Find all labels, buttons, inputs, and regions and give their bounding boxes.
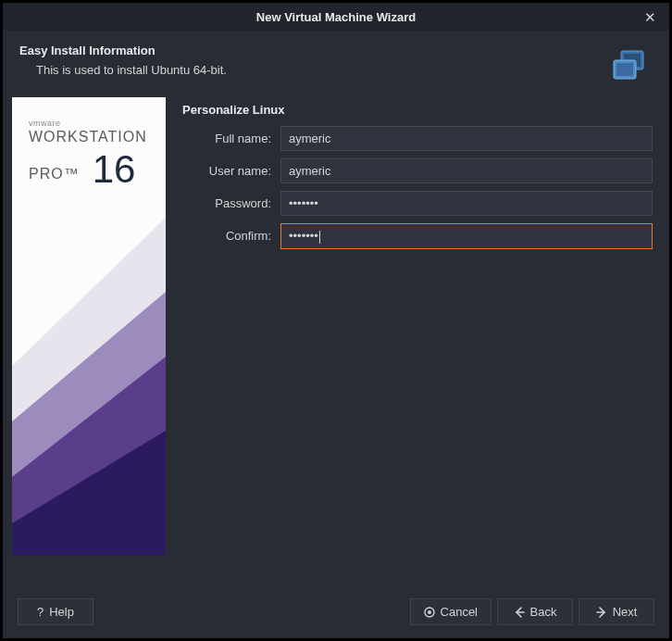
header-subtitle: This is used to install Ubuntu 64-bit. bbox=[19, 63, 610, 77]
cancel-icon bbox=[424, 607, 435, 618]
help-icon: ? bbox=[37, 605, 44, 619]
username-input[interactable] bbox=[280, 158, 653, 183]
next-label: Next bbox=[613, 605, 638, 619]
confirm-label: Confirm: bbox=[182, 229, 280, 243]
sidebar-decoration bbox=[12, 97, 166, 555]
svg-rect-3 bbox=[616, 63, 633, 76]
help-label: Help bbox=[49, 605, 74, 619]
vm-icon bbox=[610, 47, 647, 84]
footer-right: Cancel Back Next bbox=[410, 598, 654, 625]
header-section: Easy Install Information This is used to… bbox=[3, 31, 669, 97]
back-label: Back bbox=[530, 605, 557, 619]
footer: ? Help Cancel Back Next bbox=[3, 587, 669, 638]
text-cursor bbox=[319, 231, 320, 244]
form-section-title: Personalize Linux bbox=[182, 103, 653, 117]
fullname-row: Full name: bbox=[182, 126, 653, 151]
fullname-label: Full name: bbox=[182, 132, 280, 145]
form-area: Personalize Linux Full name: User name: … bbox=[166, 97, 660, 587]
back-button[interactable]: Back bbox=[497, 598, 573, 625]
next-button[interactable]: Next bbox=[579, 598, 654, 625]
content-area: vmware WORKSTATION PRO™ 16 Personalize L… bbox=[3, 97, 669, 587]
confirm-row: Confirm: ••••••• bbox=[182, 223, 653, 249]
password-row: Password: ••••••• bbox=[182, 191, 653, 216]
window-title: New Virtual Machine Wizard bbox=[256, 10, 416, 24]
close-icon[interactable]: ✕ bbox=[639, 6, 662, 28]
confirm-input[interactable]: ••••••• bbox=[280, 223, 653, 249]
sidebar-brand-panel: vmware WORKSTATION PRO™ 16 bbox=[12, 97, 166, 555]
header-text: Easy Install Information This is used to… bbox=[19, 44, 610, 77]
titlebar[interactable]: New Virtual Machine Wizard ✕ bbox=[3, 3, 669, 31]
password-input[interactable]: ••••••• bbox=[280, 191, 653, 216]
cancel-label: Cancel bbox=[441, 605, 478, 619]
username-label: User name: bbox=[182, 164, 280, 178]
cancel-button[interactable]: Cancel bbox=[410, 598, 492, 625]
arrow-left-icon bbox=[514, 607, 525, 618]
username-row: User name: bbox=[182, 158, 653, 183]
arrow-right-icon bbox=[596, 607, 607, 618]
password-label: Password: bbox=[182, 196, 280, 210]
wizard-dialog: New Virtual Machine Wizard ✕ Easy Instal… bbox=[2, 2, 670, 639]
fullname-input[interactable] bbox=[280, 126, 653, 151]
help-button[interactable]: ? Help bbox=[18, 598, 93, 625]
svg-point-9 bbox=[428, 610, 431, 614]
header-title: Easy Install Information bbox=[19, 44, 610, 57]
